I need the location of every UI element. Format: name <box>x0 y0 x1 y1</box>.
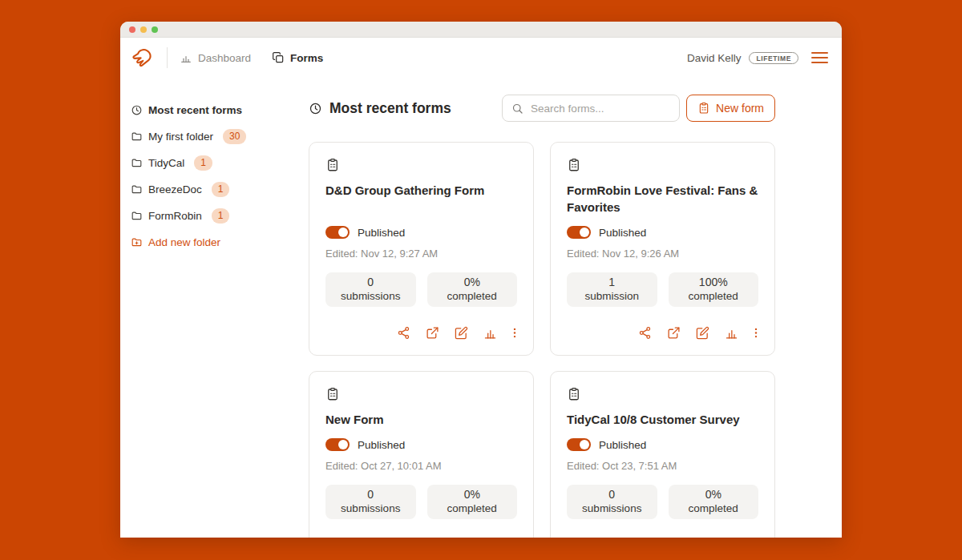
completed-stat: 100% completed <box>669 272 759 307</box>
plan-badge: LIFETIME <box>749 52 798 64</box>
folder-plus-icon <box>131 236 143 248</box>
folder-count-badge: 1 <box>212 182 230 196</box>
completed-label: completed <box>427 502 518 515</box>
close-window-icon[interactable] <box>129 26 135 33</box>
minimize-window-icon[interactable] <box>140 26 147 33</box>
submissions-label: submissions <box>325 289 416 303</box>
results-chart-icon[interactable] <box>725 326 738 340</box>
forms-grid: D&D Group Gathering Form Published Edite… <box>309 142 775 538</box>
submissions-label: submission <box>567 289 657 303</box>
edited-timestamp: Edited: Nov 12, 9:27 AM <box>325 248 517 260</box>
nav-forms[interactable]: Forms <box>272 51 323 64</box>
sidebar-item-most-recent-forms[interactable]: Most recent forms <box>131 97 309 123</box>
window-titlebar <box>120 22 842 38</box>
form-title: New Form <box>325 411 517 428</box>
more-options-icon[interactable] <box>512 326 517 340</box>
sidebar-item-formrobin[interactable]: FormRobin 1 <box>131 203 309 229</box>
submissions-value: 0 <box>567 488 657 502</box>
folder-icon <box>131 157 143 169</box>
completed-stat: 0% completed <box>427 272 518 307</box>
results-chart-icon[interactable] <box>483 326 497 340</box>
share-icon[interactable] <box>638 326 652 340</box>
completed-value: 0% <box>427 276 518 289</box>
more-options-icon[interactable] <box>754 326 758 340</box>
search-icon <box>511 103 523 115</box>
completed-label: completed <box>669 289 759 303</box>
form-card[interactable]: FormRobin Love Festival: Fans & Favorite… <box>550 142 775 356</box>
app-window: Dashboard Forms David Kelly LIFETIME Mos… <box>120 22 842 538</box>
nav-forms-label: Forms <box>290 52 323 64</box>
submissions-value: 0 <box>325 488 416 502</box>
edited-timestamp: Edited: Oct 23, 7:51 AM <box>567 460 758 472</box>
completed-stat: 0% completed <box>427 485 518 519</box>
completed-label: completed <box>669 502 759 515</box>
folder-count-badge: 1 <box>212 208 230 223</box>
completed-value: 100% <box>669 276 759 289</box>
sidebar: Most recent forms My first folder 30 Tid… <box>120 78 309 537</box>
form-card[interactable]: New Form Published Edited: Oct 27, 10:01… <box>309 371 534 538</box>
publish-toggle[interactable] <box>325 226 350 239</box>
clipboard-icon <box>567 158 581 172</box>
sidebar-item-tidycal[interactable]: TidyCal 1 <box>131 150 309 176</box>
sidebar-item-my-first-folder[interactable]: My first folder 30 <box>131 123 309 150</box>
form-title: TidyCal 10/8 Customer Survey <box>567 411 758 428</box>
search-input[interactable] <box>531 103 670 115</box>
copy-icon <box>272 51 285 64</box>
share-icon[interactable] <box>397 326 410 340</box>
main-content: Most recent forms New form D&D G <box>309 78 842 537</box>
publish-toggle[interactable] <box>325 438 350 451</box>
completed-value: 0% <box>669 488 759 502</box>
nav-dashboard-label: Dashboard <box>198 52 251 64</box>
maximize-window-icon[interactable] <box>152 26 158 33</box>
form-card[interactable]: D&D Group Gathering Form Published Edite… <box>309 142 534 356</box>
completed-label: completed <box>427 289 518 303</box>
clipboard-icon <box>697 102 710 115</box>
publish-status-label: Published <box>599 439 646 451</box>
publish-toggle[interactable] <box>567 226 591 239</box>
publish-status-label: Published <box>599 227 646 239</box>
open-external-icon[interactable] <box>667 326 681 340</box>
edited-timestamp: Edited: Nov 12, 9:26 AM <box>567 248 758 260</box>
form-title: D&D Group Gathering Form <box>325 182 517 216</box>
formrobin-logo-icon[interactable] <box>131 46 155 69</box>
form-card[interactable]: TidyCal 10/8 Customer Survey Published E… <box>550 371 775 538</box>
search-box[interactable] <box>502 95 680 122</box>
clock-icon <box>131 104 143 116</box>
submissions-stat: 0 submissions <box>567 485 657 519</box>
submissions-label: submissions <box>325 502 416 515</box>
sidebar-item-label: BreezeDoc <box>148 183 202 195</box>
completed-stat: 0% completed <box>669 485 759 519</box>
clock-icon <box>309 102 322 115</box>
edit-icon[interactable] <box>455 326 468 340</box>
publish-toggle[interactable] <box>567 438 591 451</box>
page-title: Most recent forms <box>329 100 451 117</box>
edit-icon[interactable] <box>696 326 709 340</box>
header-divider <box>167 47 168 68</box>
user-name: David Kelly <box>687 52 742 64</box>
nav-dashboard[interactable]: Dashboard <box>180 51 251 64</box>
hamburger-menu-icon[interactable] <box>811 52 828 64</box>
sidebar-item-breezedoc[interactable]: BreezeDoc 1 <box>131 176 309 203</box>
clipboard-icon <box>325 387 340 401</box>
folder-count-badge: 30 <box>223 129 246 143</box>
folder-count-badge: 1 <box>194 155 212 170</box>
folder-icon <box>131 210 143 222</box>
submissions-value: 1 <box>567 276 657 289</box>
new-form-button-label: New form <box>716 102 764 115</box>
sidebar-item-label: TidyCal <box>148 157 184 169</box>
open-external-icon[interactable] <box>426 326 439 340</box>
folder-icon <box>131 183 143 195</box>
sidebar-item-label: My first folder <box>148 131 213 143</box>
submissions-value: 0 <box>325 276 416 289</box>
add-new-folder-button[interactable]: Add new folder <box>131 229 309 256</box>
publish-status-label: Published <box>358 439 405 451</box>
completed-value: 0% <box>427 488 518 502</box>
add-new-folder-label: Add new folder <box>148 236 220 248</box>
submissions-stat: 1 submission <box>567 272 657 307</box>
new-form-button[interactable]: New form <box>686 95 775 122</box>
submissions-label: submissions <box>567 502 657 515</box>
sidebar-item-label: FormRobin <box>148 210 202 222</box>
submissions-stat: 0 submissions <box>325 272 416 307</box>
edited-timestamp: Edited: Oct 27, 10:01 AM <box>325 460 517 472</box>
app-header: Dashboard Forms David Kelly LIFETIME <box>120 38 842 78</box>
